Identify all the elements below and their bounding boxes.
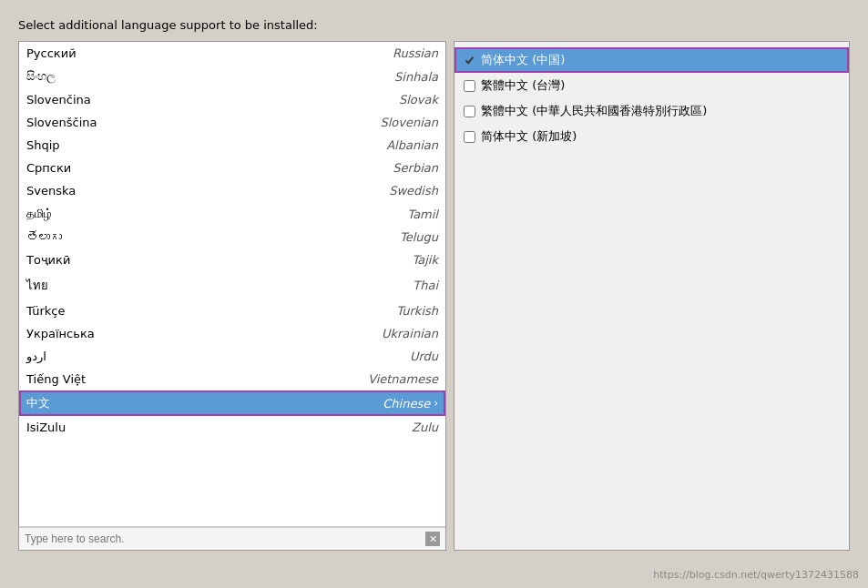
lang-english-name: Slovenian [380,116,438,129]
lang-english-name: Telugu [400,230,438,244]
sub-language-label: 简体中文 (中国) [481,52,565,68]
sub-language-checkbox[interactable] [464,131,475,143]
lang-native-name: Українська [26,327,95,340]
language-item[interactable]: СрпскиSerbian [19,157,445,179]
language-item[interactable]: TürkçeTurkish [19,299,445,322]
page-container: Select additional language support to be… [0,0,868,560]
language-item[interactable]: ไทยThai [19,271,445,299]
language-list[interactable]: РусскийRussianසිංහලSinhalaSlovenčinaSlov… [19,42,445,527]
lang-native-name: Русский [26,46,77,60]
lang-english-name: Turkish [396,304,438,318]
sub-language-label: 繁體中文 (中華人民共和國香港特別行政區) [481,103,707,119]
language-item[interactable]: اردوUrdu [19,345,445,368]
sub-language-label: 简体中文 (新加坡) [481,128,577,145]
lang-native-name: اردو [26,350,46,363]
lang-english-name: Ukrainian [382,327,438,340]
language-item[interactable]: SvenskaSwedish [19,179,445,202]
lang-english-name: Swedish [389,184,438,198]
lang-english-name: Chinese [383,397,430,411]
language-item[interactable]: ShqipAlbanian [19,134,445,157]
sub-language-checkbox[interactable] [464,55,475,66]
lang-native-name: Slovenčina [26,93,91,106]
sub-language-checkbox[interactable] [464,80,475,92]
language-item[interactable]: 中文Chinese› [19,390,445,416]
language-item[interactable]: ТоҷикӣTajik [19,248,445,271]
language-item[interactable]: தமிழ்Tamil [19,202,445,226]
lang-native-name: Svenska [26,184,76,198]
watermark: https://blog.csdn.net/qwerty1372431588 [653,569,859,581]
submenu-arrow-icon: › [434,397,438,410]
sub-language-label: 繁體中文 (台灣) [481,77,565,94]
lang-english-name: Sinhala [394,70,438,84]
sub-language-item[interactable]: 简体中文 (新加坡) [454,124,849,149]
lang-english-name: Thai [413,279,438,292]
page-title: Select additional language support to be… [18,18,850,32]
lang-english-name: Russian [393,46,438,60]
sub-language-checkbox[interactable] [464,106,475,117]
language-item[interactable]: SlovenčinaSlovak [19,88,445,111]
lang-english-name: Slovak [399,93,438,106]
left-panel: РусскийRussianසිංහලSinhalaSlovenčinaSlov… [18,41,446,551]
lang-native-name: සිංහල [26,69,56,84]
right-panel: 简体中文 (中国)繁體中文 (台灣)繁體中文 (中華人民共和國香港特別行政區)简… [454,41,850,551]
lang-english-name: Urdu [410,350,438,363]
lang-english-name: Serbian [393,161,438,175]
language-item[interactable]: SlovenščinaSlovenian [19,111,445,134]
search-input[interactable] [25,532,425,545]
main-layout: РусскийRussianසිංහලSinhalaSlovenčinaSlov… [18,41,850,551]
lang-native-name: Türkçe [26,304,65,318]
lang-english-name: Zulu [412,421,438,434]
lang-native-name: Slovenščina [26,116,97,129]
language-item[interactable]: Tiếng ViệtVietnamese [19,368,445,390]
lang-english-name: Albanian [386,138,438,152]
sub-language-item[interactable]: 简体中文 (中国) [454,47,849,73]
sub-language-item[interactable]: 繁體中文 (中華人民共和國香港特別行政區) [454,98,849,124]
language-item[interactable]: УкраїнськаUkrainian [19,322,445,345]
lang-native-name: 中文 [26,395,50,411]
lang-native-name: தமிழ் [26,207,52,221]
language-item[interactable]: IsiZuluZulu [19,416,445,439]
sub-language-item[interactable]: 繁體中文 (台灣) [454,73,849,98]
lang-native-name: Tiếng Việt [26,372,86,386]
lang-native-name: IsiZulu [26,421,66,434]
language-item[interactable]: РусскийRussian [19,42,445,65]
lang-native-name: Shqip [26,138,60,152]
lang-native-name: Тоҷикӣ [26,253,70,267]
lang-english-name: Tajik [412,253,438,267]
language-item[interactable]: తెలుగుTelugu [19,226,445,248]
lang-native-name: తెలుగు [26,230,62,244]
lang-english-name: Vietnamese [368,372,438,386]
lang-native-name: ไทย [26,276,48,295]
language-item[interactable]: සිංහලSinhala [19,65,445,88]
search-clear-button[interactable]: ✕ [425,532,440,546]
lang-english-name: Tamil [407,208,438,221]
search-bar: ✕ [19,527,445,550]
lang-native-name: Српски [26,161,71,175]
